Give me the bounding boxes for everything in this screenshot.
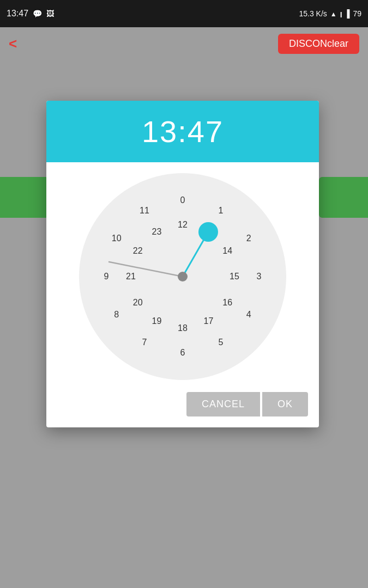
time-picker-dialog: 13:47: [46, 101, 319, 427]
cancel-button[interactable]: CANCEL: [186, 392, 260, 416]
clock-hour-18[interactable]: 18: [175, 321, 190, 336]
clock-hour-9[interactable]: 9: [99, 269, 114, 284]
status-right: 15.3 K/s 79: [299, 9, 361, 18]
clock-hour-7[interactable]: 7: [137, 335, 152, 350]
clock-hour-21[interactable]: 21: [123, 269, 138, 284]
clock-hour-13[interactable]: 13: [200, 223, 218, 241]
clock-hour-3[interactable]: 3: [251, 269, 267, 284]
clock-hour-20[interactable]: 20: [130, 295, 146, 310]
clock-hour-23[interactable]: 23: [149, 224, 165, 240]
battery-level: 79: [353, 9, 361, 18]
status-left: 13:47: [7, 9, 54, 19]
clock-hour-8[interactable]: 8: [109, 307, 124, 322]
svg-line-1: [109, 262, 183, 277]
clock-circle: 01234567891011121314151617181920212223: [79, 173, 286, 380]
image-icon: [46, 9, 54, 19]
signal-icon: [340, 9, 341, 18]
side-button-left[interactable]: [0, 177, 49, 218]
dialog-actions: CANCEL OK: [46, 385, 319, 427]
clock-face[interactable]: 01234567891011121314151617181920212223: [79, 173, 286, 380]
svg-point-2: [178, 272, 188, 281]
clock-hour-2[interactable]: 2: [241, 231, 256, 246]
dialog-header: 13:47: [46, 101, 319, 162]
clock-hour-4[interactable]: 4: [241, 307, 256, 322]
clock-hour-1[interactable]: 1: [213, 203, 228, 218]
clock-hour-11[interactable]: 11: [137, 203, 152, 218]
ok-button[interactable]: OK: [262, 392, 308, 416]
side-button-right[interactable]: [319, 177, 368, 218]
top-bar: < DISCONclear: [0, 27, 368, 60]
wifi-icon: [330, 9, 337, 18]
clock-hour-5[interactable]: 5: [213, 335, 228, 350]
message-icon: [33, 9, 42, 19]
clock-hour-6[interactable]: 6: [175, 345, 190, 360]
clock-hour-10[interactable]: 10: [109, 231, 124, 246]
dialog-time-display: 13:47: [59, 114, 306, 149]
clock-container: 01234567891011121314151617181920212223: [46, 162, 319, 385]
clock-hour-16[interactable]: 16: [220, 295, 235, 310]
disconnect-button[interactable]: DISCONclear: [278, 34, 359, 54]
status-bar: 13:47 15.3 K/s 79: [0, 0, 368, 27]
speed-indicator: 15.3 K/s: [299, 9, 327, 18]
status-time: 13:47: [7, 9, 28, 19]
clock-hour-0[interactable]: 0: [175, 193, 190, 208]
back-button[interactable]: <: [9, 35, 17, 52]
clock-hour-12[interactable]: 12: [175, 217, 190, 232]
clock-hour-22[interactable]: 22: [130, 243, 146, 259]
clock-hour-15[interactable]: 15: [227, 269, 242, 284]
battery-icon: [345, 9, 350, 18]
clock-hour-14[interactable]: 14: [220, 243, 235, 259]
clock-hour-19[interactable]: 19: [149, 314, 165, 329]
clock-hour-17[interactable]: 17: [201, 314, 216, 329]
